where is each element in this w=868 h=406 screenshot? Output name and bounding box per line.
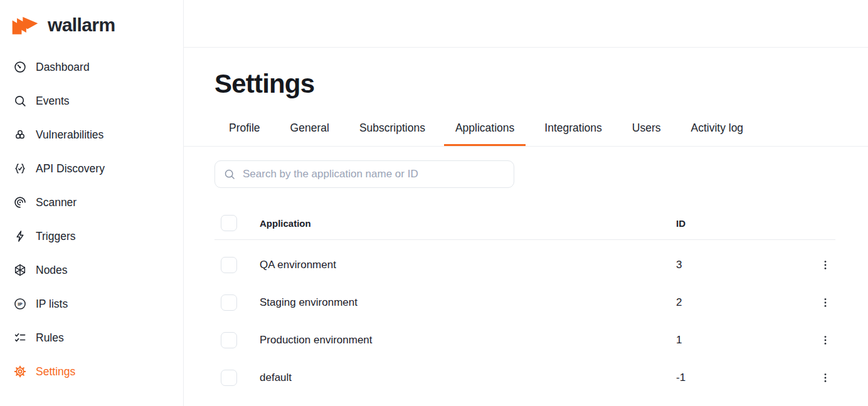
table-row: Production environment 1 [214,321,835,359]
sidebar-item-rules[interactable]: Rules [0,321,183,355]
tab-label: General [290,122,329,135]
sidebar-item-label: API Discovery [36,162,105,175]
applications-table: Application ID QA environment 3 Staging … [214,207,835,397]
kebab-icon [820,258,831,273]
sidebar-item-triggers[interactable]: Triggers [0,219,183,253]
wallarm-app-window: wallarm Dashboard Events Vulnerabilities… [0,0,868,406]
tab-integrations[interactable]: Integrations [533,110,613,146]
sidebar-item-label: Triggers [36,230,76,243]
braces-check-icon [13,162,27,175]
kebab-icon [820,370,831,385]
tab-users[interactable]: Users [621,110,672,146]
application-id: 1 [676,334,795,346]
application-name: QA environment [260,259,654,271]
sidebar-item-api-discovery[interactable]: API Discovery [0,152,183,185]
node-hexagon-icon [13,263,27,277]
row-actions-button[interactable] [818,370,833,386]
application-name: Production environment [260,334,654,346]
application-id: 3 [676,259,795,271]
tab-label: Applications [455,122,514,135]
select-all-checkbox[interactable] [221,215,237,231]
tab-general[interactable]: General [279,110,341,146]
sidebar-item-dashboard[interactable]: Dashboard [0,50,183,84]
applications-table-header: Application ID [214,207,835,240]
sidebar-item-label: Vulnerabilities [36,128,103,142]
lightning-icon [13,229,27,243]
column-header-id: ID [676,218,795,229]
gear-icon [13,365,27,378]
application-id: -1 [676,372,795,384]
wallarm-logo-text: wallarm [48,14,115,36]
table-row: Staging environment 2 [214,284,835,321]
tab-profile[interactable]: Profile [218,110,272,146]
sidebar-nav: Dashboard Events Vulnerabilities API Dis… [0,50,183,388]
svg-text:IP: IP [18,301,22,307]
sidebar-item-label: Dashboard [36,61,90,74]
checklist-icon [13,331,27,345]
sidebar-item-settings[interactable]: Settings [0,355,183,388]
application-name: Staging environment [260,296,654,309]
ip-circle-icon: IP [13,297,27,311]
row-actions-button[interactable] [818,332,833,348]
tab-label: Integrations [544,122,601,135]
sidebar-item-label: IP lists [36,298,68,311]
row-checkbox[interactable] [221,294,237,311]
title-block: Settings [184,48,868,110]
tab-label: Profile [229,122,260,135]
row-checkbox[interactable] [221,257,237,273]
sidebar: wallarm Dashboard Events Vulnerabilities… [0,0,184,406]
application-name: default [260,372,654,384]
sidebar-item-label: Nodes [36,264,68,277]
application-search-input[interactable] [214,160,514,188]
sidebar-item-scanner[interactable]: Scanner [0,185,183,219]
table-row: default -1 [214,359,835,397]
kebab-icon [820,295,831,310]
sidebar-item-label: Rules [36,331,64,345]
applications-content: Application ID QA environment 3 Staging … [184,147,868,397]
application-id: 2 [676,296,795,309]
row-checkbox[interactable] [221,332,237,348]
sidebar-item-label: Events [36,95,70,108]
tab-label: Activity log [691,122,743,135]
tab-label: Subscriptions [359,122,425,135]
tab-label: Users [632,122,661,135]
wallarm-logo-icon [10,13,40,37]
page-title: Settings [214,69,314,99]
wallarm-logo[interactable]: wallarm [0,0,183,50]
tab-applications[interactable]: Applications [444,110,526,146]
tab-subscriptions[interactable]: Subscriptions [348,110,437,146]
applications-table-body: QA environment 3 Staging environment 2 P… [214,240,835,397]
topbar [184,0,868,48]
row-actions-button[interactable] [818,257,833,273]
sidebar-item-label: Settings [36,365,75,378]
tab-activity-log[interactable]: Activity log [679,110,754,146]
row-actions-button[interactable] [818,294,833,311]
application-search [214,160,514,188]
search-icon [13,94,27,108]
scanner-target-icon [13,195,27,209]
settings-tabs: Profile General Subscriptions Applicatio… [184,110,868,147]
column-header-application: Application [260,218,654,229]
sidebar-item-ip-lists[interactable]: IP IP lists [0,287,183,321]
dashboard-gauge-icon [13,60,27,74]
kebab-icon [820,333,831,348]
sidebar-item-vulnerabilities[interactable]: Vulnerabilities [0,118,183,152]
biohazard-icon [13,128,27,142]
main-area: Settings Profile General Subscriptions A… [184,0,868,406]
sidebar-item-events[interactable]: Events [0,84,183,118]
sidebar-item-nodes[interactable]: Nodes [0,253,183,287]
row-checkbox[interactable] [221,370,237,386]
sidebar-item-label: Scanner [36,196,77,209]
table-row: QA environment 3 [214,246,835,284]
